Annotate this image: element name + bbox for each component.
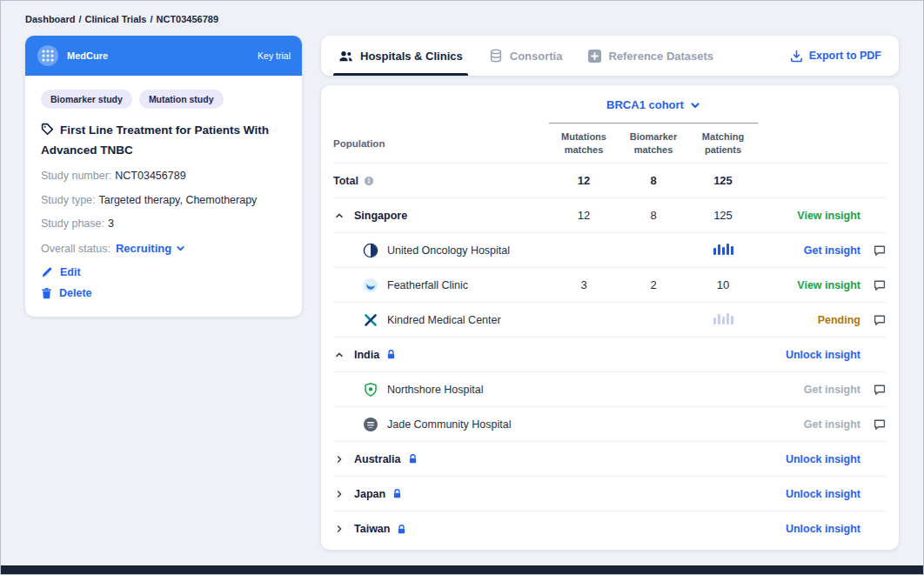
overall-status-label: Overall status:: [41, 243, 110, 255]
country-row[interactable]: Singapore128125View insight: [333, 198, 887, 233]
chevron-down-icon: [690, 100, 700, 110]
chat-bubble-icon[interactable]: [860, 383, 887, 397]
study-phase-field: Study phase:3: [41, 216, 286, 232]
chevron-right-icon[interactable]: [333, 490, 345, 498]
biomarker-cell: 8: [619, 209, 688, 222]
hospital-name-label: Northshore Hospital: [387, 384, 483, 396]
biomarker-cell: 2: [619, 278, 688, 291]
hospital-row: Kindred Medical CenterPending: [333, 303, 887, 338]
action-link[interactable]: Unlock insight: [758, 453, 860, 465]
chevron-up-icon[interactable]: [333, 351, 345, 359]
action-link[interactable]: Unlock insight: [758, 349, 860, 361]
tag-label-icon: [41, 123, 54, 142]
study-type-label: Study type:: [41, 194, 96, 206]
total-label: Total: [333, 175, 358, 187]
featherfall-icon: [363, 277, 378, 293]
chat-bubble-icon[interactable]: [860, 278, 887, 292]
status-dropdown[interactable]: Recruiting: [116, 242, 185, 255]
hospital-cell: Northshore Hospital: [333, 382, 549, 398]
overall-status-field: Overall status: Recruiting: [41, 242, 286, 255]
breadcrumb-separator: /: [78, 14, 81, 24]
chat-bubble-icon[interactable]: [860, 418, 887, 431]
export-label: Export to PDF: [809, 50, 881, 62]
cohort-selector-row: BRCA1 cohort: [333, 87, 887, 124]
edit-label: Edit: [60, 266, 81, 278]
united-oncology-icon: [363, 243, 378, 258]
action-link[interactable]: Get insight: [758, 384, 860, 396]
trial-title: First Line Treatment for Patients With A…: [41, 122, 286, 160]
tab-hospitals-clinics[interactable]: Hospitals & Clinics: [338, 36, 463, 76]
tag-mutation-study: Mutation study: [139, 90, 224, 109]
study-type-value: Targeted therapy, Chemotherapy: [99, 194, 258, 206]
action-link[interactable]: Get insight: [758, 244, 860, 257]
study-number-field: Study number:NCT03456789: [41, 168, 286, 184]
lock-icon: [392, 488, 402, 499]
org-avatar: [37, 44, 59, 67]
delete-button[interactable]: Delete: [41, 287, 286, 299]
country-row[interactable]: AustraliaUnlock insight: [333, 442, 887, 477]
hospital-row: Jade Community HospitalGet insight: [333, 407, 887, 442]
patients-cell: 10: [688, 278, 758, 291]
chevron-up-icon[interactable]: [333, 211, 345, 220]
action-link[interactable]: Pending: [758, 314, 860, 326]
column-biomarker-matches: Biomarker matches: [619, 130, 688, 157]
masked-data-bars: [713, 243, 733, 255]
cohort-selector[interactable]: BRCA1 cohort: [549, 87, 758, 124]
tab-label: Hospitals & Clinics: [360, 50, 463, 63]
country-row[interactable]: IndiaUnlock insight: [333, 338, 887, 372]
breadcrumb: Dashboard/Clinical Trials/NCT03456789: [1, 1, 923, 24]
trial-card-header: MedCure Key trial: [25, 36, 302, 76]
country-name-label: Taiwan: [354, 523, 390, 535]
tab-label: Reference Datasets: [608, 50, 713, 63]
lock-icon: [386, 349, 396, 360]
plus-square-icon: [588, 50, 601, 63]
country-cell: Australia: [333, 453, 549, 465]
country-row[interactable]: JapanUnlock insight: [333, 477, 887, 511]
hospital-name-label: Featherfall Clinic: [387, 279, 468, 291]
action-link[interactable]: View insight: [758, 210, 860, 222]
study-type-field: Study type:Targeted therapy, Chemotherap…: [41, 192, 286, 209]
action-link[interactable]: Unlock insight: [758, 523, 860, 535]
tab-reference-datasets[interactable]: Reference Datasets: [588, 36, 713, 76]
hospital-cell: Featherfall Clinic: [333, 277, 549, 293]
country-name-label: India: [354, 349, 379, 361]
window-bottom-edge: [1, 565, 923, 574]
country-row[interactable]: TaiwanUnlock insight: [333, 511, 887, 546]
info-icon[interactable]: [364, 176, 374, 186]
chevron-right-icon[interactable]: [333, 525, 345, 533]
action-link[interactable]: Unlock insight: [758, 488, 860, 500]
patients-cell: 125: [688, 209, 758, 222]
column-matching-patients: Matching patients: [688, 130, 758, 157]
action-link[interactable]: Get insight: [758, 418, 860, 431]
edit-button[interactable]: Edit: [41, 266, 286, 278]
country-name-label: Singapore: [354, 210, 407, 222]
chat-bubble-icon[interactable]: [860, 313, 887, 327]
trial-card-body: Biomarker study Mutation study First Lin…: [25, 76, 302, 317]
total-mutations: 12: [549, 174, 619, 187]
chevron-right-icon[interactable]: [333, 455, 345, 464]
mutations-cell: 12: [549, 209, 619, 222]
lock-icon: [408, 453, 418, 465]
hospital-row: Featherfall Clinic3210View insight: [333, 268, 887, 303]
main-content: Hospitals & Clinics Consortia Reference …: [321, 36, 899, 550]
study-number-value: NCT03456789: [115, 170, 185, 182]
tab-consortia[interactable]: Consortia: [489, 36, 563, 76]
database-icon: [489, 49, 503, 63]
hospital-cell: Jade Community Hospital: [333, 417, 549, 432]
kindred-icon: [363, 312, 378, 328]
country-cell: India: [333, 349, 549, 361]
tab-bar: Hospitals & Clinics Consortia Reference …: [321, 36, 899, 76]
country-name-label: Japan: [354, 488, 385, 500]
chat-bubble-icon[interactable]: [860, 244, 887, 257]
tag-biomarker-study: Biomarker study: [41, 90, 132, 109]
download-icon: [790, 50, 803, 63]
breadcrumb-separator: /: [150, 14, 152, 24]
export-to-pdf-button[interactable]: Export to PDF: [790, 50, 881, 63]
masked-data-bars: [713, 312, 733, 324]
hospital-name-label: Kindred Medical Center: [387, 314, 501, 326]
action-link[interactable]: View insight: [758, 279, 860, 291]
chevron-down-icon: [176, 244, 185, 253]
breadcrumb-dashboard[interactable]: Dashboard: [25, 14, 75, 24]
breadcrumb-clinical-trials[interactable]: Clinical Trials: [85, 14, 147, 24]
study-tags: Biomarker study Mutation study: [41, 90, 286, 109]
